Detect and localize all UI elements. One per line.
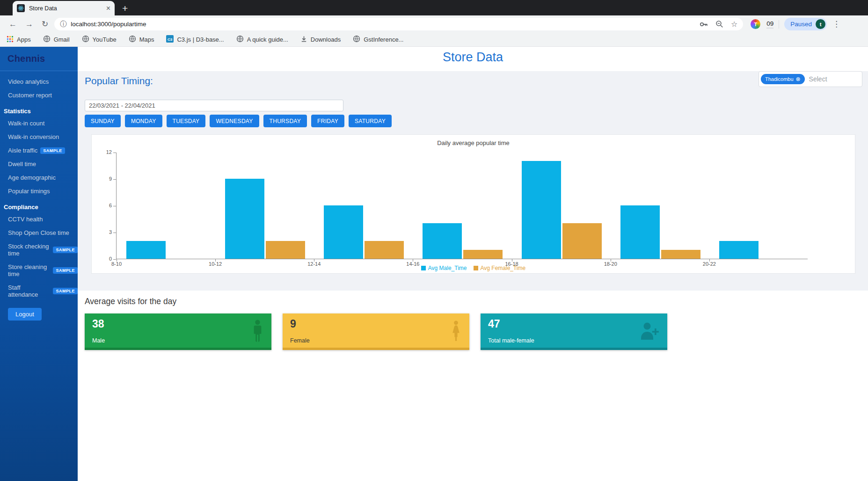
extension-avatar-icon[interactable]: T <box>751 19 760 29</box>
bar-avg-male-time-16-18 <box>522 161 561 259</box>
sidebar-item-store-cleaning-time[interactable]: Store cleaning timeSAMPLE <box>0 260 78 281</box>
stat-card-total-male-female: 47Total male-female <box>481 313 667 350</box>
bookmark-a-quick-guide[interactable]: A quick guide... <box>236 35 288 44</box>
bookmark-maps[interactable]: Maps <box>129 35 154 44</box>
store-select[interactable]: Thadicombu ⊗ Select <box>759 71 862 87</box>
chennis-logo: Chennis <box>7 53 45 64</box>
bar-avg-female-time-18-20 <box>661 250 700 259</box>
bar-avg-male-time-14-16 <box>423 223 462 259</box>
y-axis-label: 6 <box>95 203 112 208</box>
section-title: Popular Timing: <box>85 75 153 87</box>
day-button-monday[interactable]: MONDAY <box>125 115 162 127</box>
day-button-friday[interactable]: FRIDAY <box>311 115 344 127</box>
site-info-icon[interactable]: ⓘ <box>60 20 66 29</box>
globe-icon <box>236 35 244 44</box>
legend-label: Avg Female_Time <box>481 265 526 271</box>
card-accent-strip <box>481 348 667 350</box>
sidebar-item-age-demographic[interactable]: Age demographic <box>0 171 78 184</box>
popular-timing-panel: Popular Timing: Thadicombu ⊗ Select SUND… <box>78 71 868 291</box>
bookmark-label: YouTube <box>93 36 117 43</box>
paused-label: Paused <box>790 21 812 28</box>
chart-card: Daily average popular time 0369128-1010-… <box>91 134 855 274</box>
sidebar-item-aisle-traffic[interactable]: Aisle trafficSAMPLE <box>0 144 78 157</box>
bookmark-label: GstInference... <box>364 36 403 43</box>
stat-card-female: 9Female <box>283 313 469 350</box>
sidebar-item-dwell-time[interactable]: Dwell time <box>0 157 78 171</box>
y-axis-tick <box>113 153 116 153</box>
y-axis-tick <box>113 179 116 180</box>
card-accent-strip <box>283 348 469 350</box>
bookmark-c3-js-d3-base[interactable]: C3C3.js | D3-base... <box>166 35 224 44</box>
sidebar-item-customer-report[interactable]: Customer report <box>0 88 78 102</box>
sidebar-item-label: Staff attendance <box>8 284 50 298</box>
sidebar-item-shop-open-close-time[interactable]: Shop Open Close time <box>0 226 78 240</box>
sidebar-item-label: Store cleaning time <box>8 263 50 277</box>
card-accent-strip <box>85 348 271 350</box>
bookmark-downloads[interactable]: Downloads <box>300 36 341 44</box>
reload-icon[interactable]: ↻ <box>42 20 48 28</box>
sidebar-item-staff-attendance[interactable]: Staff attendanceSAMPLE <box>0 281 78 301</box>
day-button-thursday[interactable]: THURSDAY <box>263 115 307 127</box>
sync-paused-button[interactable]: Paused t <box>784 18 827 30</box>
extension-badge[interactable]: 09 <box>766 20 773 29</box>
logout-button[interactable]: Logout <box>8 308 42 321</box>
day-button-wednesday[interactable]: WEDNESDAY <box>210 115 259 127</box>
bookmark-label: A quick guide... <box>247 36 288 43</box>
female-icon <box>450 320 462 344</box>
bar-avg-male-time-12-14 <box>324 205 363 259</box>
select-placeholder: Select <box>809 75 827 83</box>
chart-legend: Avg Male_TimeAvg Female_Time <box>92 265 855 271</box>
sidebar-item-video-analytics[interactable]: Video analytics <box>0 75 78 88</box>
sidebar-item-label: Walk-in count <box>8 120 44 127</box>
sidebar-item-cctv-health[interactable]: CCTV health <box>0 212 78 226</box>
day-buttons-row: SUNDAYMONDAYTUESDAYWEDNESDAYTHURSDAYFRID… <box>85 115 392 127</box>
card-value: 47 <box>488 318 500 330</box>
back-icon[interactable]: ← <box>9 20 17 28</box>
sidebar-item-walk-in-conversion[interactable]: Walk-in conversion <box>0 130 78 144</box>
bar-avg-female-time-10-12 <box>266 241 305 259</box>
tab-title: Store Data <box>29 5 106 12</box>
visits-heading: Average visits for the day <box>85 297 176 306</box>
bar-avg-female-time-14-16 <box>463 250 503 259</box>
app-root: Chennis Video analyticsCustomer reportSt… <box>0 47 868 481</box>
bookmark-apps[interactable]: Apps <box>7 36 31 44</box>
new-tab-button[interactable]: + <box>122 3 128 13</box>
sidebar-item-popular-timings[interactable]: Popular timings <box>0 184 78 198</box>
legend-item-avg-male-time[interactable]: Avg Male_Time <box>421 265 467 271</box>
bookmark-gstinference[interactable]: GstInference... <box>353 35 403 44</box>
tab-strip: Store Data × + <box>0 0 868 15</box>
card-value: 38 <box>92 318 104 330</box>
day-button-saturday[interactable]: SATURDAY <box>349 115 392 127</box>
sidebar-item-walk-in-count[interactable]: Walk-in count <box>0 117 78 130</box>
date-range-input[interactable] <box>85 100 343 111</box>
sidebar-item-label: CCTV health <box>8 216 43 223</box>
bookmark-star-icon[interactable]: ☆ <box>731 20 737 29</box>
selected-store-chip[interactable]: Thadicombu ⊗ <box>761 74 805 84</box>
download-icon <box>300 36 307 44</box>
browser-tab[interactable]: Store Data × <box>13 1 115 15</box>
sidebar-item-stock-checking-time[interactable]: Stock checking timeSAMPLE <box>0 240 78 260</box>
day-button-tuesday[interactable]: TUESDAY <box>167 115 206 127</box>
card-label: Female <box>290 337 310 344</box>
bookmark-youtube[interactable]: YouTube <box>82 35 117 44</box>
bookmark-label: Maps <box>139 36 154 43</box>
legend-item-avg-female-time[interactable]: Avg Female_Time <box>474 265 526 271</box>
zoom-icon[interactable] <box>715 20 723 28</box>
sidebar-nav: Video analyticsCustomer reportStatistics… <box>0 71 78 301</box>
card-label: Male <box>92 337 105 344</box>
forward-icon[interactable]: → <box>25 20 33 28</box>
bar-chart: 0369128-1010-1212-1414-1616-1818-2020-22 <box>116 153 808 259</box>
bar-avg-male-time-20-22 <box>719 241 759 259</box>
key-icon[interactable] <box>700 21 708 28</box>
address-bar[interactable]: ⓘ localhost:3000/populartime ☆ <box>54 18 743 30</box>
browser-menu-icon[interactable]: ⋮ <box>832 19 840 29</box>
day-button-sunday[interactable]: SUNDAY <box>85 115 121 127</box>
sidebar-item-label: Walk-in conversion <box>8 133 59 140</box>
tab-close-icon[interactable]: × <box>106 5 110 12</box>
sidebar-item-label: Video analytics <box>8 78 49 85</box>
bookmark-gmail[interactable]: Gmail <box>43 35 70 44</box>
bar-avg-female-time-12-14 <box>365 241 404 259</box>
y-axis-label: 9 <box>95 176 112 182</box>
chip-remove-icon[interactable]: ⊗ <box>796 76 801 82</box>
y-axis-label: 3 <box>95 229 112 235</box>
